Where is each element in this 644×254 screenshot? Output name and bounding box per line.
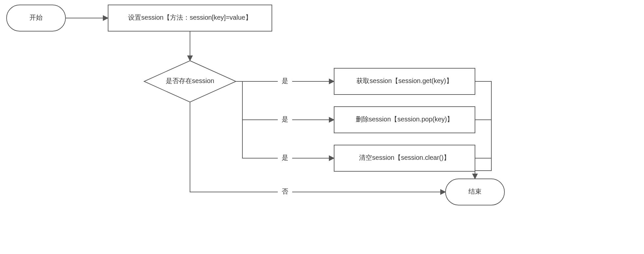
set-session-label: 设置session【方法：session[key]=value】: [128, 14, 252, 21]
edge-label-yes-2: 是: [282, 116, 288, 123]
edge-clear-to-end: [475, 158, 491, 179]
node-get-session: 获取session【session.get(key)】: [334, 68, 475, 95]
edge-decision-to-del: [236, 81, 334, 120]
edge-label-no: 否: [282, 188, 288, 195]
node-clear-session: 清空session【session.clear()】: [334, 145, 475, 171]
node-decision: 是否存在session: [144, 61, 236, 102]
node-set-session: 设置session【方法：session[key]=value】: [108, 5, 272, 31]
end-label: 结束: [468, 188, 482, 195]
get-session-label: 获取session【session.get(key)】: [356, 77, 452, 84]
flowchart-diagram: 开始 设置session【方法：session[key]=value】 是否存在…: [0, 0, 644, 254]
node-end: 结束: [445, 179, 504, 205]
edge-label-yes-1: 是: [282, 77, 288, 84]
edge-label-yes-3: 是: [282, 154, 288, 161]
edge-del-merge: [475, 120, 491, 158]
clear-session-label: 清空session【session.clear()】: [359, 154, 450, 161]
del-session-label: 删除session【session.pop(key)】: [356, 116, 454, 123]
decision-label: 是否存在session: [166, 77, 214, 84]
node-del-session: 删除session【session.pop(key)】: [334, 107, 475, 133]
node-start: 开始: [7, 5, 66, 31]
start-label: 开始: [29, 14, 43, 21]
edge-decision-to-clear: [242, 120, 334, 158]
edge-get-merge: [475, 81, 491, 120]
